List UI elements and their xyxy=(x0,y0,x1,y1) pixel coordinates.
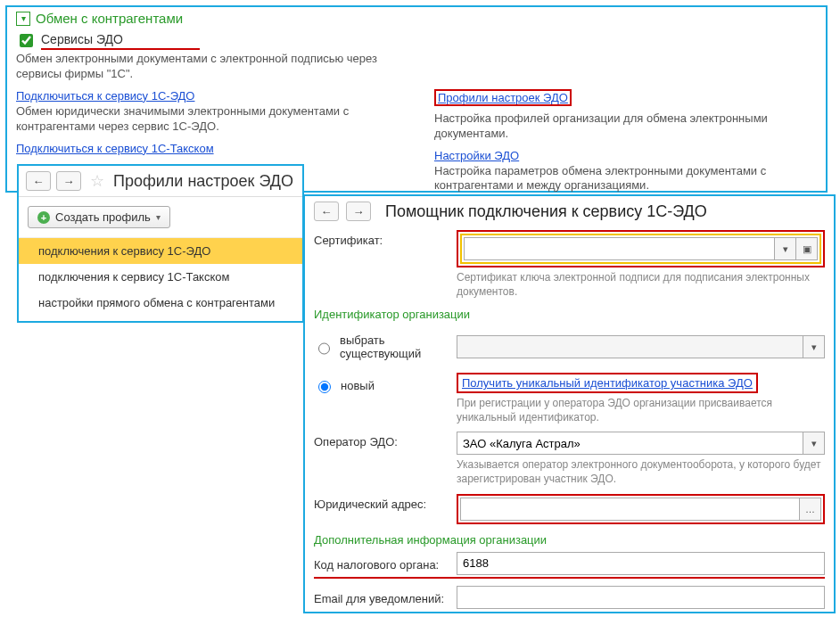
edo-services-desc: Обмен электронными документами с электро… xyxy=(16,52,382,82)
cert-open-icon[interactable]: ▣ xyxy=(795,238,817,259)
desc-edo-settings: Настройка параметров обмена электронными… xyxy=(434,164,773,194)
link-edo-profiles[interactable]: Профили настроек ЭДО xyxy=(438,91,568,104)
radio-existing-label: выбрать существующий xyxy=(340,333,448,360)
menu-item-1c-edo[interactable]: подключения к сервису 1С-ЭДО xyxy=(19,238,302,264)
profiles-panel: ← → ☆ Профили настроек ЭДО + Создать про… xyxy=(17,164,304,323)
wizard-title: Помощник подключения к сервису 1С-ЭДО xyxy=(385,202,707,221)
operator-label: Оператор ЭДО: xyxy=(314,432,448,448)
tax-label: Код налогового органа: xyxy=(314,555,448,572)
profiles-toolbar: ← → ☆ Профили настроек ЭДО xyxy=(19,166,302,197)
plus-icon: + xyxy=(37,211,50,224)
link-connect-1c-taxcom[interactable]: Подключиться к сервису 1С-Такском xyxy=(16,142,214,155)
star-icon[interactable]: ☆ xyxy=(90,171,104,191)
address-ellipsis-icon[interactable]: … xyxy=(799,498,820,520)
radio-existing-row[interactable]: выбрать существующий xyxy=(314,333,448,360)
edo-services-label: Сервисы ЭДО xyxy=(41,32,200,50)
right-column: Профили настроек ЭДО Настройка профилей … xyxy=(434,89,817,202)
link-edo-settings[interactable]: Настройки ЭДО xyxy=(434,149,519,162)
cert-input[interactable] xyxy=(465,238,774,259)
cert-label: Сертификат: xyxy=(314,230,448,247)
radio-new[interactable] xyxy=(318,381,331,393)
cert-hint: Сертификат ключа электронной подписи для… xyxy=(457,271,825,299)
menu-item-direct-exchange[interactable]: настройки прямого обмена с контрагентами xyxy=(19,290,302,316)
profile-menu: подключения к сервису 1С-ЭДО подключения… xyxy=(19,238,302,316)
cert-input-group: ▾ ▣ xyxy=(464,237,818,260)
link-connect-1c-edo[interactable]: Подключиться к сервису 1С-ЭДО xyxy=(16,89,194,103)
org-id-section: Идентификатор организации xyxy=(314,308,825,321)
nav-back-button[interactable]: ← xyxy=(26,171,51,191)
link-get-unique-id[interactable]: Получить уникальный идентификатор участн… xyxy=(462,376,753,390)
wizard-forward-button[interactable]: → xyxy=(346,202,371,221)
operator-input[interactable] xyxy=(457,432,803,454)
existing-id-dropdown-icon[interactable]: ▾ xyxy=(803,336,824,358)
email-input[interactable] xyxy=(457,586,825,609)
radio-existing[interactable] xyxy=(318,342,330,355)
existing-id-input xyxy=(457,336,803,358)
operator-hint: Указывается оператор электронного докуме… xyxy=(457,458,825,486)
tax-code-input[interactable] xyxy=(457,552,825,575)
edo-services-checkbox[interactable] xyxy=(20,34,33,47)
operator-dropdown-icon[interactable]: ▾ xyxy=(803,432,824,454)
caret-down-icon: ▾ xyxy=(156,212,161,222)
radio-new-row[interactable]: новый xyxy=(314,378,448,393)
section-title-text: Обмен с контрагентами xyxy=(36,11,183,26)
chevron-down-icon[interactable]: ▾ xyxy=(16,12,30,26)
address-label: Юридический адрес: xyxy=(314,494,448,511)
wizard-back-button[interactable]: ← xyxy=(314,202,339,221)
nav-forward-button[interactable]: → xyxy=(56,171,81,191)
profiles-title: Профили настроек ЭДО xyxy=(113,172,293,191)
desc-edo-profiles: Настройка профилей организации для обмен… xyxy=(434,111,773,142)
create-profile-label: Создать профиль xyxy=(55,210,151,224)
extra-section: Дополнительная информация организации xyxy=(314,533,825,547)
create-profile-button[interactable]: + Создать профиль ▾ xyxy=(28,206,170,228)
email-label: Email для уведомлений: xyxy=(314,588,448,605)
existing-id-group: ▾ xyxy=(457,335,825,358)
operator-input-group: ▾ xyxy=(457,432,825,455)
address-input[interactable] xyxy=(461,498,799,520)
cert-dropdown-icon[interactable]: ▾ xyxy=(774,238,795,259)
get-id-hint: При регистрации у оператора ЭДО организа… xyxy=(457,397,825,424)
address-input-group: … xyxy=(460,498,821,521)
radio-new-label: новый xyxy=(341,379,375,392)
menu-item-1c-taxcom[interactable]: подключения к сервису 1С-Такском xyxy=(19,264,302,290)
desc-connect-1c-edo: Обмен юридически значимыми электронными … xyxy=(16,104,382,135)
wizard-panel: ← → Помощник подключения к сервису 1С-ЭД… xyxy=(303,194,836,613)
section-title: ▾ Обмен с контрагентами xyxy=(16,11,817,26)
